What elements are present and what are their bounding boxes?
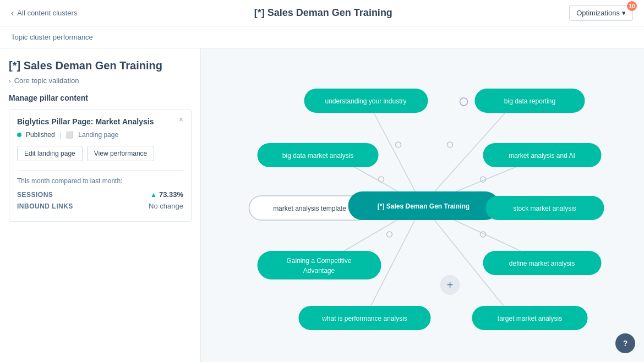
chevron-down-icon: ▾ bbox=[622, 9, 626, 17]
back-button[interactable]: ‹ All content clusters bbox=[11, 8, 77, 18]
right-panel: understanding your industry big data rep… bbox=[201, 48, 644, 362]
sessions-value: ▲ 73.33% bbox=[150, 190, 183, 199]
core-topic-label: Core topic validation bbox=[14, 76, 79, 85]
svg-text:big data market analysis: big data market analysis bbox=[282, 152, 353, 160]
sessions-label: SESSIONS bbox=[17, 191, 53, 199]
left-panel: [*] Sales Deman Gen Training › Core topi… bbox=[0, 48, 201, 362]
svg-text:+: + bbox=[447, 279, 454, 291]
svg-text:understanding your industry: understanding your industry bbox=[325, 97, 406, 105]
landing-page-label: Landing page bbox=[78, 131, 118, 139]
svg-point-10 bbox=[396, 142, 401, 147]
back-label: All content clusters bbox=[17, 9, 77, 17]
published-dot bbox=[17, 133, 21, 137]
svg-point-12 bbox=[379, 177, 384, 182]
manage-pillar-title: Manage pillar content bbox=[9, 94, 192, 102]
svg-text:Gaining a Competitive: Gaining a Competitive bbox=[286, 257, 351, 265]
page-title: [*] Sales Deman Gen Training bbox=[77, 7, 569, 19]
card-divider bbox=[17, 170, 183, 171]
svg-text:[*] Sales Deman Gen Training: [*] Sales Deman Gen Training bbox=[378, 202, 470, 210]
optimizations-button[interactable]: Optimizations ▾ 10 bbox=[569, 5, 633, 21]
sub-nav: Topic cluster performance bbox=[0, 26, 644, 48]
left-panel-title: [*] Sales Deman Gen Training bbox=[9, 59, 192, 72]
inbound-links-value: No change bbox=[149, 202, 183, 210]
stats-header: This month compared to last month: bbox=[17, 177, 183, 185]
main-layout: [*] Sales Deman Gen Training › Core topi… bbox=[0, 48, 644, 362]
help-button[interactable]: ? bbox=[615, 333, 635, 353]
edit-landing-page-button[interactable]: Edit landing page bbox=[17, 146, 83, 161]
close-icon: × bbox=[179, 115, 183, 124]
svg-text:stock market analysis: stock market analysis bbox=[513, 205, 576, 212]
core-topic-row[interactable]: › Core topic validation bbox=[9, 76, 192, 85]
svg-text:define market analysis: define market analysis bbox=[509, 260, 575, 267]
svg-text:market analysis and AI: market analysis and AI bbox=[509, 152, 575, 160]
svg-text:target market analysis: target market analysis bbox=[498, 315, 562, 322]
node-competitive[interactable] bbox=[258, 251, 381, 279]
view-performance-button[interactable]: View performance bbox=[87, 146, 155, 161]
inbound-links-label: INBOUND LINKS bbox=[17, 202, 73, 210]
pillar-card: × Biglytics Pillar Page: Market Analysis… bbox=[9, 109, 192, 222]
optimizations-label: Optimizations bbox=[576, 9, 620, 17]
back-arrow-icon: ‹ bbox=[11, 8, 14, 18]
svg-text:Advantage: Advantage bbox=[303, 267, 335, 275]
svg-text:big data reporting: big data reporting bbox=[504, 97, 555, 105]
published-label: Published bbox=[26, 131, 55, 139]
help-icon: ? bbox=[623, 339, 628, 348]
topic-cluster-link[interactable]: Topic cluster performance bbox=[11, 33, 93, 41]
sessions-number: 73.33% bbox=[159, 190, 183, 199]
sessions-up-icon: ▲ bbox=[150, 191, 157, 199]
svg-point-14 bbox=[387, 232, 392, 237]
card-actions: Edit landing page View performance bbox=[17, 146, 183, 161]
top-nav: ‹ All content clusters [*] Sales Deman G… bbox=[0, 0, 644, 26]
card-meta: Published | ⬜ Landing page bbox=[17, 130, 183, 139]
svg-text:market analysis template: market analysis template bbox=[273, 205, 346, 212]
sessions-row: SESSIONS ▲ 73.33% bbox=[17, 190, 183, 199]
card-title: Biglytics Pillar Page: Market Analysis bbox=[17, 117, 183, 126]
svg-point-16 bbox=[460, 98, 468, 106]
chevron-right-icon: › bbox=[9, 78, 11, 84]
card-close-button[interactable]: × bbox=[176, 114, 187, 125]
optimizations-badge: 10 bbox=[627, 1, 637, 11]
meta-separator: | bbox=[59, 130, 62, 139]
svg-point-11 bbox=[447, 142, 453, 147]
svg-text:what is performance analysis: what is performance analysis bbox=[321, 315, 407, 322]
landing-page-icon: ⬜ bbox=[66, 131, 74, 139]
topic-viz: understanding your industry big data rep… bbox=[201, 48, 644, 362]
inbound-links-row: INBOUND LINKS No change bbox=[17, 202, 183, 210]
